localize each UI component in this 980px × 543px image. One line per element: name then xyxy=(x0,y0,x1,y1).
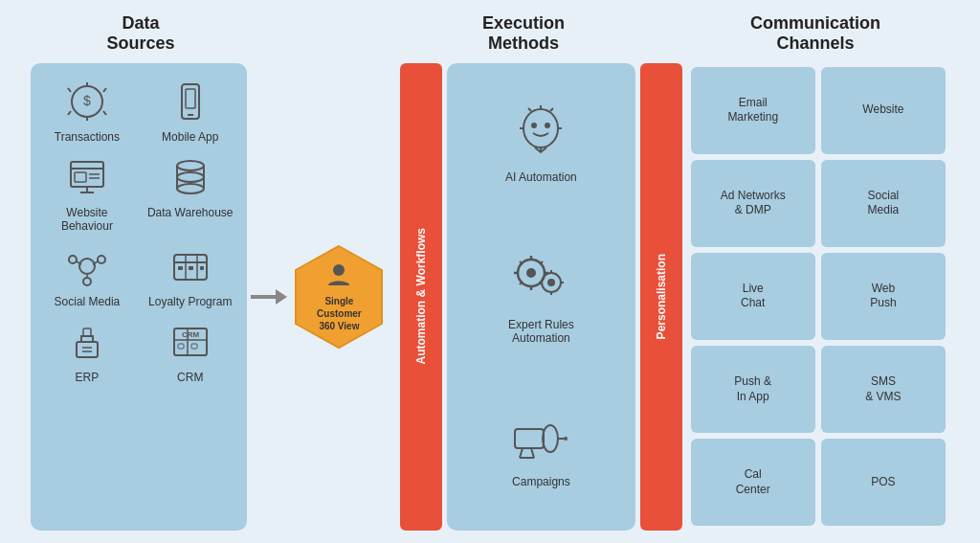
svg-point-43 xyxy=(531,123,537,128)
channel-live-chat: LiveChat xyxy=(691,253,815,340)
svg-point-14 xyxy=(177,172,204,182)
ds-erp: ERP xyxy=(40,318,134,384)
personalisation-bar-label: Personalisation xyxy=(655,254,668,339)
svg-rect-33 xyxy=(83,328,91,336)
loyalty-icon xyxy=(164,242,216,290)
ai-label: AI Automation xyxy=(505,170,577,184)
svg-point-42 xyxy=(523,109,558,147)
ds-social: Social Media xyxy=(40,242,134,308)
execution-panel: AI Automation Expert Rules Automation xyxy=(447,63,635,531)
svg-point-18 xyxy=(98,256,105,263)
channel-cal-center: CalCenter xyxy=(691,439,815,526)
svg-point-54 xyxy=(547,279,555,286)
svg-rect-27 xyxy=(178,266,183,270)
channel-sms: SMS& VMS xyxy=(821,346,946,433)
ds-website: Website Behaviour xyxy=(40,153,134,233)
person-icon xyxy=(324,260,353,289)
exec-rules: Expert Rules Automation xyxy=(508,252,574,345)
mobile-icon xyxy=(164,78,216,125)
svg-rect-39 xyxy=(191,344,197,349)
transactions-icon: $ xyxy=(60,78,113,125)
header-execution: Execution Methods xyxy=(482,13,565,53)
rules-label: Expert Rules Automation xyxy=(508,318,574,345)
social-label: Social Media xyxy=(55,295,121,308)
center-hexagon-section: Single Customer 360 View xyxy=(283,63,396,531)
erp-label: ERP xyxy=(76,371,100,384)
website-icon xyxy=(60,153,113,201)
erp-icon xyxy=(60,318,113,366)
hexagon-content: Single Customer 360 View xyxy=(317,260,362,331)
hexagon-label-line1: Single xyxy=(317,295,362,307)
svg-point-19 xyxy=(83,278,91,285)
channel-pos: POS xyxy=(821,439,946,526)
svg-text:CRM: CRM xyxy=(182,330,200,339)
channel-web-push: WebPush xyxy=(821,253,946,340)
rules-icon xyxy=(510,252,572,313)
ds-mobile: Mobile App xyxy=(144,78,237,144)
svg-text:$: $ xyxy=(83,93,91,108)
social-icon xyxy=(60,242,113,290)
svg-line-61 xyxy=(520,448,523,458)
svg-point-44 xyxy=(545,123,550,128)
svg-rect-29 xyxy=(200,266,204,270)
arrow-sources-to-center xyxy=(247,63,283,531)
svg-point-60 xyxy=(564,437,568,441)
data-sources-panel: $ Transactions Mobile Ap xyxy=(31,63,247,531)
svg-rect-4 xyxy=(186,89,195,108)
exec-campaigns: Campaigns xyxy=(510,414,572,488)
svg-rect-30 xyxy=(77,342,98,357)
main-content: $ Transactions Mobile Ap xyxy=(21,63,959,531)
channel-push-in-app: Push &In App xyxy=(691,346,815,433)
svg-line-62 xyxy=(531,448,534,458)
arrow-line xyxy=(251,295,279,299)
ds-transactions: $ Transactions xyxy=(40,78,134,144)
automation-bar-label: Automation & Workflows xyxy=(414,228,428,364)
ai-icon xyxy=(512,104,569,166)
crm-label: CRM xyxy=(177,371,203,384)
crm-icon: CRM xyxy=(164,318,216,366)
warehouse-icon xyxy=(164,153,216,201)
header-data-sources: Data Sources xyxy=(106,13,174,53)
svg-point-15 xyxy=(177,184,204,193)
channel-ad-networks: Ad Networks& DMP xyxy=(691,160,815,247)
automation-bar: Automation & Workflows xyxy=(400,63,442,531)
channel-social-media: SocialMedia xyxy=(821,160,946,247)
svg-rect-55 xyxy=(515,429,544,448)
hexagon-label-line3: 360 View xyxy=(317,320,362,332)
loyalty-label: Loyalty Program xyxy=(148,295,232,308)
diagram: Data Sources Execution Methods Communica… xyxy=(21,13,959,531)
channel-email: EmailMarketing xyxy=(691,67,815,154)
ds-warehouse: Data Warehouse xyxy=(144,153,237,233)
channel-website: Website xyxy=(821,67,946,154)
hexagon-label-line2: Customer xyxy=(317,307,362,320)
personalisation-bar: Personalisation xyxy=(640,63,682,531)
header-channels: Communication Channels xyxy=(750,13,880,53)
svg-point-13 xyxy=(177,161,204,170)
svg-point-17 xyxy=(69,256,77,263)
channels-section: EmailMarketing Website Ad Networks& DMP … xyxy=(687,63,949,531)
svg-rect-28 xyxy=(189,266,193,270)
svg-point-56 xyxy=(543,425,558,452)
mobile-label: Mobile App xyxy=(162,130,218,144)
exec-ai: AI Automation xyxy=(505,104,577,184)
svg-line-46 xyxy=(528,108,531,111)
transactions-label: Transactions xyxy=(55,130,120,144)
section-headers: Data Sources Execution Methods Communica… xyxy=(21,13,959,54)
website-label: Website Behaviour xyxy=(40,206,134,233)
svg-point-16 xyxy=(79,259,95,274)
campaigns-icon xyxy=(510,414,572,470)
svg-rect-7 xyxy=(75,172,86,182)
svg-point-41 xyxy=(333,264,345,276)
warehouse-label: Data Warehouse xyxy=(147,206,234,219)
campaigns-label: Campaigns xyxy=(512,475,570,488)
svg-line-47 xyxy=(550,108,553,111)
svg-point-52 xyxy=(526,268,536,278)
hexagon-container: Single Customer 360 View xyxy=(291,244,387,350)
svg-rect-38 xyxy=(178,344,184,349)
ds-crm: CRM CRM xyxy=(144,318,237,384)
ds-loyalty: Loyalty Program xyxy=(144,242,237,308)
